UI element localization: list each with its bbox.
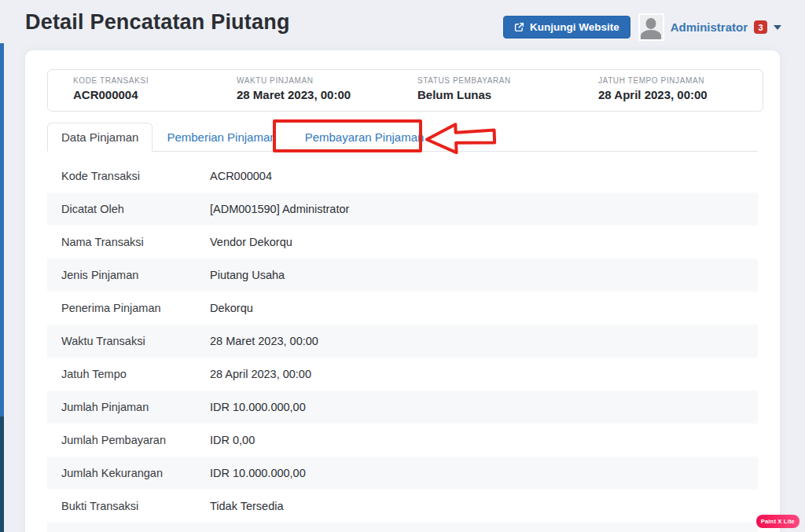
row-label: Jumlah Pinjaman: [61, 401, 149, 413]
row-value: Piutang Usaha: [210, 269, 285, 281]
row-value: ACR000004: [210, 170, 272, 182]
sidebar-edge-bottom: [0, 416, 4, 532]
summary-label: JATUH TEMPO PINJAMAN: [598, 76, 763, 85]
user-name[interactable]: Administrator: [671, 20, 748, 34]
tab-bar: Data Pinjaman Pemberian Pinjaman Pembaya…: [47, 123, 758, 152]
tab-data-pinjaman[interactable]: Data Pinjaman: [47, 123, 153, 152]
table-row: Jumlah Pembayaran IDR 0,00: [47, 424, 758, 457]
detail-table: Kode Transaksi ACR000004 Dicatat Oleh [A…: [47, 160, 758, 532]
row-label: Dicatat Oleh: [61, 203, 124, 215]
table-row: Waktu Transaksi 28 Maret 2023, 00:00: [47, 325, 758, 358]
row-value: Tidak Tersedia: [210, 500, 284, 512]
user-menu[interactable]: Administrator 3: [638, 13, 781, 41]
visit-website-button[interactable]: Kunjungi Website: [503, 16, 630, 39]
summary-value: ACR000004: [73, 88, 237, 101]
page-title: Detail Pencatatan Piutang: [25, 10, 290, 35]
summary-bar: KODE TRANSAKSI ACR000004 WAKTU PINJAMAN …: [47, 69, 763, 112]
detail-card: KODE TRANSAKSI ACR000004 WAKTU PINJAMAN …: [25, 50, 780, 532]
header-actions: Kunjungi Website Administrator 3: [503, 13, 781, 41]
row-value: 28 Maret 2023, 00:00: [210, 335, 318, 347]
row-label: Jenis Pinjaman: [61, 269, 138, 281]
external-link-icon: [514, 22, 524, 32]
caret-down-icon[interactable]: [774, 25, 781, 30]
summary-value: Belum Lunas: [417, 88, 598, 101]
summary-label: STATUS PEMBAYARAN: [417, 76, 598, 85]
row-value: [ADM001590] Administrator: [210, 203, 349, 215]
row-label: Nama Transaksi: [61, 236, 144, 248]
avatar-head: [646, 18, 656, 29]
visit-website-label: Kunjungi Website: [530, 21, 619, 33]
summary-item: STATUS PEMBAYARAN Belum Lunas: [417, 76, 598, 111]
row-label: Jumlah Kekurangan: [61, 467, 163, 479]
table-row: Jumlah Kekurangan IDR 10.000.000,00: [47, 457, 758, 490]
row-label: Jatuh Tempo: [61, 368, 127, 380]
row-label: Kode Transaksi: [61, 170, 140, 182]
summary-value: 28 Maret 2023, 00:00: [237, 88, 417, 101]
row-label: Waktu Transaksi: [61, 335, 145, 347]
tab-pembayaran-pinjaman[interactable]: Pembayaran Pinjaman: [291, 123, 439, 152]
table-row: Jenis Pinjaman Piutang Usaha: [47, 259, 758, 292]
sidebar-edge-top: [0, 43, 4, 416]
row-value: IDR 10.000.000,00: [210, 401, 306, 413]
table-row: Jumlah Pinjaman IDR 10.000.000,00: [47, 391, 758, 424]
table-row: Dicatat Oleh [ADM001590] Administrator: [47, 193, 758, 226]
summary-item: WAKTU PINJAMAN 28 Maret 2023, 00:00: [237, 76, 417, 111]
row-value: Vendor Dekorqu: [210, 236, 292, 248]
avatar-torso: [641, 30, 661, 41]
table-row: Jatuh Tempo 28 April 2023, 00:00: [47, 358, 758, 391]
row-value: 28 April 2023, 00:00: [210, 368, 311, 380]
notification-badge: 3: [754, 20, 767, 34]
summary-item: KODE TRANSAKSI ACR000004: [73, 76, 237, 111]
row-label: Bukti Transaksi: [61, 500, 138, 512]
table-row: Penerima Pinjaman Dekorqu: [47, 292, 758, 325]
table-row: Kode Transaksi ACR000004: [47, 160, 758, 193]
row-value: IDR 10.000.000,00: [210, 467, 306, 479]
table-row: Bukti Transaksi Tidak Tersedia: [47, 490, 758, 523]
table-row: Nama Transaksi Vendor Dekorqu: [47, 226, 758, 259]
summary-value: 28 April 2023, 00:00: [598, 88, 763, 101]
summary-label: KODE TRANSAKSI: [73, 76, 237, 85]
row-value: IDR 0,00: [210, 434, 255, 446]
row-value: Dekorqu: [210, 302, 253, 314]
paint-x-lite-watermark: Paint X Lite: [756, 515, 799, 528]
tab-pemberian-pinjaman[interactable]: Pemberian Pinjaman: [153, 123, 290, 152]
summary-item: JATUH TEMPO PINJAMAN 28 April 2023, 00:0…: [598, 76, 763, 111]
row-label: Penerima Pinjaman: [61, 302, 161, 314]
row-label: Jumlah Pembayaran: [61, 434, 166, 446]
summary-label: WAKTU PINJAMAN: [237, 76, 417, 85]
avatar[interactable]: [638, 13, 664, 41]
